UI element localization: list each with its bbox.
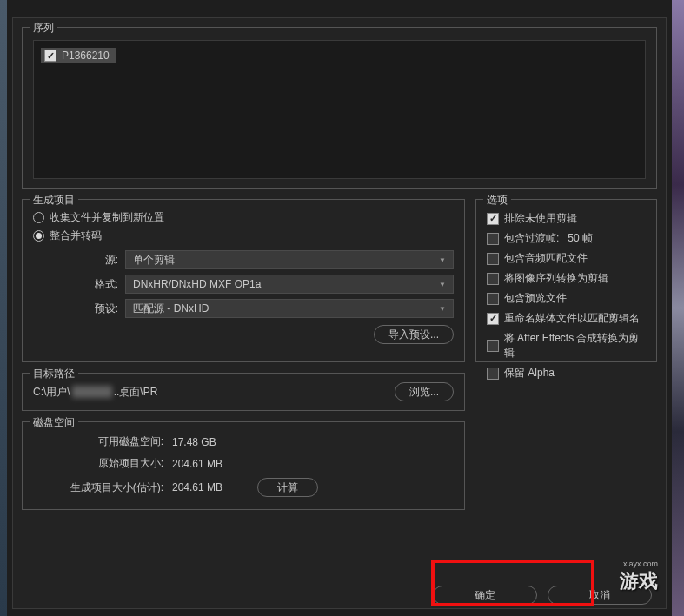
import-preset-button[interactable]: 导入预设... (374, 325, 454, 344)
path-prefix: C:\用户\ (33, 385, 70, 400)
radio-collect-label: 收集文件并复制到新位置 (50, 210, 164, 225)
option-label: 将图像序列转换为剪辑 (504, 271, 608, 286)
destination-fieldset: 目标路径 C:\用户\ ..桌面\PR 浏览... (22, 373, 465, 411)
sequence-item[interactable]: P1366210 (41, 48, 116, 63)
option-label: 排除未使用剪辑 (504, 211, 577, 226)
preset-dropdown[interactable]: 匹配源 - DNxHD ▼ (125, 299, 454, 318)
option-checkbox[interactable] (487, 233, 499, 245)
option-checkbox[interactable] (487, 273, 499, 285)
option-image-sequence[interactable]: 将图像序列转换为剪辑 (487, 268, 646, 288)
option-label: 将 After Effects 合成转换为剪辑 (504, 331, 646, 361)
path-redacted (72, 386, 112, 398)
generate-legend: 生成项目 (30, 193, 78, 208)
sequence-item-label: P1366210 (62, 50, 110, 62)
sequence-item-checkbox[interactable] (44, 50, 56, 62)
sequence-legend: 序列 (30, 21, 57, 36)
browse-button[interactable]: 浏览... (395, 382, 454, 401)
radio-collect[interactable] (33, 212, 44, 223)
format-dropdown[interactable]: DNxHR/DNxHD MXF OP1a ▼ (125, 275, 454, 294)
source-label: 源: (33, 253, 118, 268)
chevron-down-icon: ▼ (439, 256, 446, 264)
option-label: 包含过渡帧: (504, 231, 559, 246)
option-exclude-unused[interactable]: 排除未使用剪辑 (487, 209, 646, 229)
options-legend: 选项 (483, 193, 511, 208)
source-dropdown[interactable]: 单个剪辑 ▼ (125, 250, 454, 269)
source-value: 单个剪辑 (133, 253, 175, 268)
generate-fieldset: 生成项目 收集文件并复制到新位置 整合并转码 源: 单个剪辑 ▼ (22, 199, 465, 362)
path-suffix: ..桌面\PR (114, 385, 158, 400)
disk-original-value: 204.61 MB (172, 458, 222, 470)
sequence-list[interactable]: P1366210 (33, 40, 646, 179)
option-label: 包含预览文件 (504, 291, 567, 306)
preset-label: 预设: (33, 301, 118, 316)
disk-estimated-value: 204.61 MB (172, 481, 222, 493)
sequence-fieldset: 序列 P1366210 (22, 27, 657, 189)
preset-value: 匹配源 - DNxHD (133, 301, 209, 316)
cancel-button[interactable]: 取消 (548, 586, 652, 605)
chevron-down-icon: ▼ (439, 305, 446, 313)
option-checkbox[interactable] (487, 313, 499, 325)
option-include-handles[interactable]: 包含过渡帧: 50 帧 (487, 229, 646, 248)
option-checkbox[interactable] (487, 253, 499, 265)
option-checkbox[interactable] (487, 213, 499, 225)
option-label: 保留 Alpha (504, 366, 555, 381)
format-label: 格式: (33, 277, 118, 292)
disk-original-label: 原始项目大小: (33, 456, 163, 471)
chevron-down-icon: ▼ (439, 281, 446, 288)
option-label: 包含音频匹配文件 (504, 251, 588, 266)
option-extra: 50 帧 (568, 231, 593, 246)
option-rename-media[interactable]: 重命名媒体文件以匹配剪辑名 (487, 308, 646, 328)
radio-collect-row[interactable]: 收集文件并复制到新位置 (33, 209, 454, 227)
option-checkbox[interactable] (487, 340, 499, 352)
disk-space-fieldset: 磁盘空间 可用磁盘空间: 17.48 GB 原始项目大小: 204.61 MB … (22, 421, 465, 510)
ok-button[interactable]: 确定 (433, 586, 537, 605)
disk-available-label: 可用磁盘空间: (33, 434, 163, 449)
disk-legend: 磁盘空间 (30, 415, 78, 430)
option-preview-files[interactable]: 包含预览文件 (487, 288, 646, 308)
options-fieldset: 选项 排除未使用剪辑 包含过渡帧: 50 帧 包含音频匹配文件 将图像序列转换为… (475, 199, 657, 362)
radio-consolidate-label: 整合并转码 (50, 229, 102, 243)
project-manager-dialog: 序列 P1366210 生成项目 收集文件并复制到新位置 整合并转码 (12, 17, 667, 609)
option-label: 重命名媒体文件以匹配剪辑名 (504, 311, 640, 326)
radio-consolidate-row[interactable]: 整合并转码 (33, 227, 454, 245)
dialog-footer: 确定 取消 (13, 586, 666, 605)
option-checkbox[interactable] (487, 368, 499, 380)
option-preserve-alpha[interactable]: 保留 Alpha (487, 363, 646, 383)
calculate-button[interactable]: 计算 (257, 478, 318, 497)
option-checkbox[interactable] (487, 293, 499, 305)
option-audio-conform[interactable]: 包含音频匹配文件 (487, 248, 646, 268)
format-value: DNxHR/DNxHD MXF OP1a (133, 278, 261, 290)
destination-path: C:\用户\ ..桌面\PR (33, 385, 386, 400)
radio-consolidate[interactable] (33, 230, 44, 242)
destination-legend: 目标路径 (30, 367, 78, 381)
disk-available-value: 17.48 GB (172, 436, 216, 448)
option-ae-comp[interactable]: 将 After Effects 合成转换为剪辑 (487, 328, 646, 363)
disk-estimated-label: 生成项目大小(估计): (33, 480, 163, 495)
